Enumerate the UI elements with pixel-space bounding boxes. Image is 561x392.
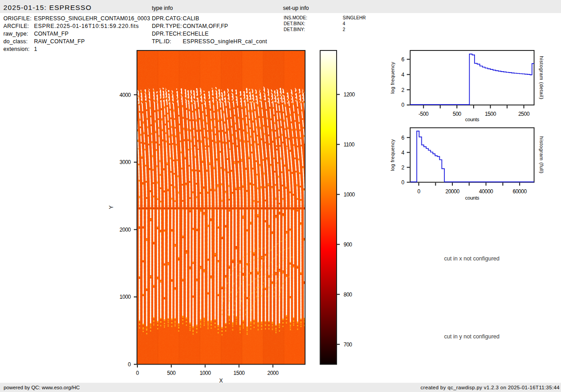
svg-text:powered by QC: www.eso.org/HC: powered by QC: www.eso.org/HC bbox=[4, 385, 80, 390]
svg-text:4: 4 bbox=[401, 72, 405, 78]
svg-text:ARCFILE:: ARCFILE: bbox=[4, 23, 29, 29]
svg-text:60000: 60000 bbox=[513, 188, 527, 195]
svg-text:RAW_CONTAM_FP: RAW_CONTAM_FP bbox=[34, 38, 85, 45]
svg-text:0: 0 bbox=[128, 361, 131, 368]
svg-text:counts: counts bbox=[465, 117, 479, 122]
svg-text:1500: 1500 bbox=[485, 111, 497, 117]
svg-text:ORIGFILE:: ORIGFILE: bbox=[4, 15, 32, 22]
svg-text:2: 2 bbox=[401, 164, 405, 171]
svg-text:CALIB: CALIB bbox=[183, 15, 200, 22]
svg-text:ECHELLE: ECHELLE bbox=[183, 31, 209, 37]
svg-text:DPR.TYPE:: DPR.TYPE: bbox=[152, 23, 182, 29]
svg-text:DPR.CATG:: DPR.CATG: bbox=[152, 15, 182, 22]
svg-text:DET.BINX:: DET.BINX: bbox=[284, 21, 306, 26]
svg-text:ESPRE.2025-01-16T10:51:59.220.: ESPRE.2025-01-16T10:51:59.220.fits bbox=[34, 23, 139, 29]
svg-text:40000: 40000 bbox=[479, 188, 493, 195]
svg-text:20000: 20000 bbox=[445, 188, 460, 195]
svg-text:2500: 2500 bbox=[518, 111, 530, 117]
svg-text:do_class:: do_class: bbox=[4, 38, 28, 45]
svg-text:INS.MODE:: INS.MODE: bbox=[284, 15, 307, 20]
svg-text:TPL.ID:: TPL.ID: bbox=[152, 38, 171, 45]
svg-text:1: 1 bbox=[34, 46, 37, 52]
svg-text:4: 4 bbox=[343, 21, 346, 26]
svg-text:6: 6 bbox=[401, 135, 405, 141]
svg-text:2000: 2000 bbox=[267, 370, 279, 376]
svg-text:CONTAM,OFF,FP: CONTAM,OFF,FP bbox=[183, 23, 228, 29]
svg-text:2000: 2000 bbox=[119, 227, 131, 233]
svg-text:4000: 4000 bbox=[119, 92, 131, 98]
svg-text:1100: 1100 bbox=[344, 141, 355, 148]
svg-text:4: 4 bbox=[401, 150, 405, 156]
svg-text:ESPRESSO_SINGLEHR_CONTAM016_00: ESPRESSO_SINGLEHR_CONTAM016_0003 bbox=[34, 15, 151, 22]
svg-text:3000: 3000 bbox=[119, 159, 131, 165]
svg-text:0: 0 bbox=[136, 370, 139, 376]
svg-text:type info: type info bbox=[152, 5, 173, 11]
svg-text:1000: 1000 bbox=[119, 294, 131, 300]
svg-text:800: 800 bbox=[344, 292, 352, 298]
svg-text:log frequency: log frequency bbox=[390, 62, 395, 94]
svg-text:X: X bbox=[219, 378, 223, 384]
svg-text:DET.BINY:: DET.BINY: bbox=[284, 27, 305, 32]
svg-text:extension:: extension: bbox=[4, 46, 30, 52]
svg-text:cut in y not configured: cut in y not configured bbox=[444, 333, 499, 340]
svg-text:raw_type:: raw_type: bbox=[4, 31, 28, 37]
svg-text:Y: Y bbox=[108, 205, 114, 209]
svg-text:cut in x not configured: cut in x not configured bbox=[444, 255, 499, 262]
svg-text:500: 500 bbox=[453, 111, 461, 117]
svg-text:0: 0 bbox=[401, 179, 405, 186]
svg-text:counts: counts bbox=[465, 195, 479, 201]
svg-text:1000: 1000 bbox=[344, 191, 356, 198]
svg-text:0: 0 bbox=[401, 102, 405, 108]
svg-text:set-up info: set-up info bbox=[283, 5, 309, 11]
svg-text:ESPRESSO_singleHR_cal_cont: ESPRESSO_singleHR_cal_cont bbox=[183, 38, 268, 45]
svg-text:2: 2 bbox=[401, 87, 405, 93]
svg-text:1000: 1000 bbox=[200, 370, 211, 376]
svg-text:1200: 1200 bbox=[344, 91, 356, 98]
svg-text:histogram (detail): histogram (detail) bbox=[539, 56, 544, 99]
svg-text:histogram (full): histogram (full) bbox=[539, 137, 544, 174]
svg-text:1500: 1500 bbox=[233, 370, 245, 376]
svg-text:SINGLEHR: SINGLEHR bbox=[343, 15, 366, 20]
svg-text:DPR.TECH:: DPR.TECH: bbox=[152, 31, 182, 37]
svg-text:log frequency: log frequency bbox=[390, 139, 395, 171]
svg-text:6: 6 bbox=[401, 56, 405, 63]
svg-text:-500: -500 bbox=[419, 111, 429, 117]
svg-text:2025-01-15: ESPRESSO: 2025-01-15: ESPRESSO bbox=[4, 4, 92, 11]
svg-text:700: 700 bbox=[344, 342, 352, 348]
svg-text:created by qc_rawdisp.py v1.2.: created by qc_rawdisp.py v1.2.3 on 2025-… bbox=[420, 385, 560, 390]
svg-text:0: 0 bbox=[417, 188, 420, 195]
svg-text:900: 900 bbox=[344, 242, 352, 248]
svg-text:2: 2 bbox=[343, 27, 346, 32]
svg-text:500: 500 bbox=[167, 370, 176, 376]
svg-text:CONTAM_FP: CONTAM_FP bbox=[34, 31, 69, 37]
